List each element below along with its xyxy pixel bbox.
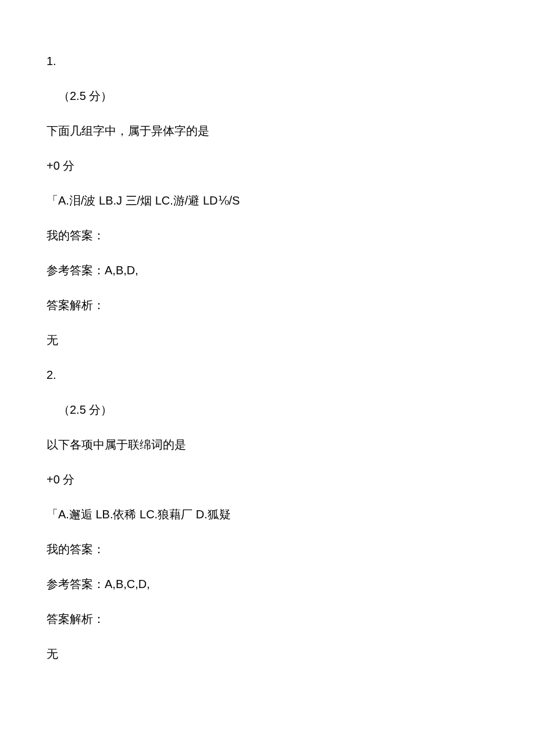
question-score: +0 分 [47, 471, 488, 488]
question-options: 「A.邂逅 LB.依稀 LC.狼藉厂 D.狐疑 [47, 506, 488, 523]
reference-answer: 参考答案：A,B,C,D, [47, 575, 488, 593]
question-number: 1. [47, 52, 488, 70]
analysis-label: 答案解析： [47, 610, 488, 628]
question-prompt: 以下各项中属于联绵词的是 [47, 436, 488, 453]
my-answer-label: 我的答案： [47, 540, 488, 558]
reference-answer: 参考答案：A,B,D, [47, 261, 488, 279]
question-block: 1. （2.5 分） 下面几组字中，属于异体字的是 +0 分 「A.泪/波 LB… [47, 52, 488, 349]
question-score: +0 分 [47, 157, 488, 174]
analysis-content: 无 [47, 331, 488, 349]
question-options: 「A.泪/波 LB.J 三/烟 LC.游/避 LD⅟₀/S [47, 192, 488, 209]
analysis-content: 无 [47, 645, 488, 662]
question-prompt: 下面几组字中，属于异体字的是 [47, 122, 488, 139]
question-points: （2.5 分） [47, 401, 488, 418]
analysis-label: 答案解析： [47, 296, 488, 314]
question-points: （2.5 分） [47, 87, 488, 105]
my-answer-label: 我的答案： [47, 227, 488, 244]
question-block: 2. （2.5 分） 以下各项中属于联绵词的是 +0 分 「A.邂逅 LB.依稀… [47, 366, 488, 662]
question-number: 2. [47, 366, 488, 384]
